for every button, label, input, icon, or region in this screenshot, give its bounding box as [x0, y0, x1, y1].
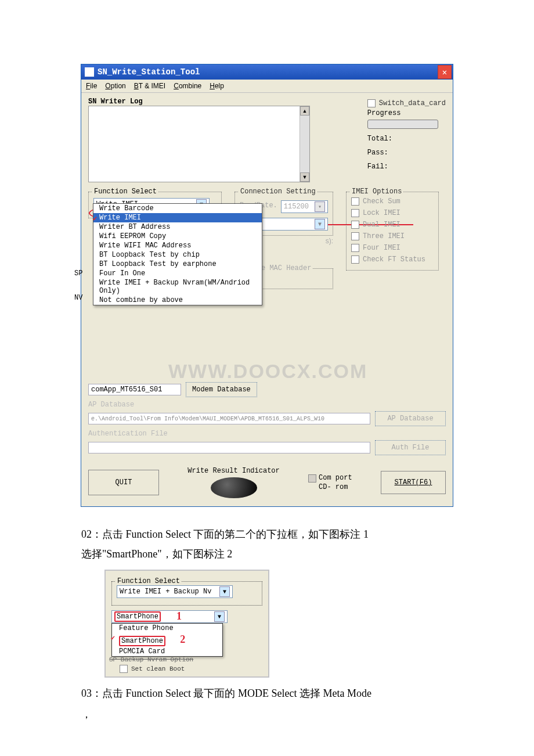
status-indicator-icon [211, 477, 257, 498]
chevron-down-icon[interactable]: ▼ [315, 219, 325, 229]
check-ft-status-label: Check FT Status [363, 254, 425, 265]
log-textarea[interactable]: ▲ ▼ [88, 106, 310, 182]
three-imei-label: Three IMEI [363, 231, 405, 242]
opt-writer-bt-address[interactable]: Writer BT Address [93, 222, 262, 232]
auth-file-field[interactable] [88, 442, 370, 453]
frag-selected-value: SmartPhone [114, 611, 161, 622]
watermark-text: WWW.DOOCX.COM [168, 360, 367, 383]
menu-bt-imei[interactable]: BT & IMEI [134, 82, 165, 90]
caption-02-line1: 02：点击 Function Select 下面的第二个的下拉框，如下图标注 1 [81, 524, 453, 544]
check-sum-label: Check Sum [363, 196, 400, 207]
chevron-down-icon[interactable]: ▾ [315, 201, 325, 212]
opt-four-in-one[interactable]: Four In One [93, 269, 262, 278]
auth-file-button[interactable]: Auth File [375, 440, 446, 455]
scroll-down-icon[interactable]: ▼ [300, 172, 309, 182]
ap-database-button[interactable]: AP Database [375, 411, 446, 426]
window-title: SN_Write_Station_Tool [98, 67, 200, 77]
caption-02-line2: 选择"SmartPhone"，如下图标注 2 [81, 544, 453, 564]
comport-label-1: Com port [319, 473, 352, 483]
total-label: Total: [367, 135, 446, 143]
caption-03: 03：点击 Function Select 最下面的 MODE Select 选… [81, 683, 453, 703]
lock-imei-checkbox[interactable] [351, 209, 359, 217]
opt-not-combine[interactable]: Not combine by above [93, 296, 262, 305]
frag-legend: Function Select [116, 577, 182, 585]
app-icon [85, 67, 94, 77]
switch-data-card-checkbox[interactable] [367, 99, 376, 107]
baudrate-value: 115200 [284, 203, 309, 211]
set-clean-boot-label: Set clean Boot [131, 663, 185, 675]
dual-imei-checkbox[interactable] [351, 221, 359, 229]
progress-label: Progress [367, 109, 446, 117]
ap-database-legend: AP Database [88, 401, 446, 409]
frag-device-dropdown[interactable]: SmartPhone ▼ [111, 610, 228, 623]
fail-label: Fail: [367, 163, 446, 171]
trailing-comma: ， [81, 708, 92, 720]
function-select-fragment: Function Select Write IMEI + Backup Nv ▼… [104, 570, 269, 678]
modem-database-button[interactable]: Modem Database [186, 382, 257, 397]
scroll-up-icon[interactable]: ▲ [300, 106, 309, 116]
chevron-down-icon[interactable]: ▼ [219, 586, 230, 597]
menu-combine[interactable]: Combine [174, 82, 201, 90]
opt-write-barcode[interactable]: Write Barcode [93, 204, 262, 213]
menu-help[interactable]: Help [210, 82, 224, 90]
chevron-down-icon[interactable]: ▼ [214, 611, 225, 622]
pass-label: Pass: [367, 149, 446, 157]
comport-icon [308, 474, 316, 483]
sp-label: SP [74, 269, 82, 278]
titlebar: SN_Write_Station_Tool ✕ [81, 64, 453, 80]
modem-field[interactable]: comApp_MT6516_S01 [88, 384, 181, 395]
opt-smartphone[interactable]: ✔ SmartPhone 2 [112, 633, 222, 647]
lock-imei-label: Lock IMEI [363, 207, 400, 219]
switch-data-card-label: Switch_data_card [379, 98, 446, 109]
baudrate-dropdown[interactable]: 115200 ▾ [281, 200, 328, 213]
menubar: File Option BT & IMEI Combine Help [81, 80, 453, 93]
four-imei-label: Four IMEI [363, 242, 400, 254]
check-ft-status-checkbox[interactable] [351, 255, 359, 264]
connection-setting-legend: Connection Setting [239, 188, 317, 196]
frag-sp-line: SP Backup Nvram Option [109, 656, 248, 663]
dual-imei-label: Dual IMEI [363, 219, 400, 231]
three-imei-checkbox[interactable] [351, 232, 359, 240]
frag-top-dropdown[interactable]: Write IMEI + Backup Nv ▼ [117, 585, 233, 598]
auth-file-label: Authentication File [88, 430, 446, 438]
check-icon: ✔ [93, 214, 97, 223]
opt-feature-phone[interactable]: Feature Phone [112, 624, 222, 633]
annotation-number-1: 1 [176, 610, 182, 622]
opt-bt-loop-earphone[interactable]: BT Loopback Test by earphone [93, 260, 262, 269]
menu-option[interactable]: Option [105, 82, 125, 90]
opt-pcmcia-card[interactable]: PCMCIA Card [112, 647, 222, 656]
set-clean-boot-checkbox[interactable] [120, 665, 128, 673]
ap-path-field[interactable]: e.\Android_Tool\From Info\Modem\MAUI_MOD… [88, 413, 370, 424]
opt-write-imei[interactable]: ✔ Write IMEI [93, 213, 262, 222]
log-label: SN Writer Log [88, 98, 360, 106]
frag-top-value: Write IMEI + Backup Nv [120, 588, 211, 596]
nv-label: NV [74, 294, 82, 302]
scrollbar[interactable]: ▲ ▼ [300, 106, 309, 182]
frag-device-list[interactable]: Feature Phone ✔ SmartPhone 2 PCMCIA Card [111, 623, 223, 657]
close-icon[interactable]: ✕ [438, 65, 452, 79]
annotation-number-2: 2 [180, 633, 185, 645]
quit-button[interactable]: QUIT [88, 470, 159, 495]
check-icon: ✔ [111, 633, 115, 642]
opt-write-imei-backup[interactable]: Write IMEI + Backup Nvram(WM/Andriod Onl… [93, 278, 262, 296]
sn-writer-window: SN_Write_Station_Tool ✕ File Option BT &… [81, 64, 453, 507]
progress-bar [367, 120, 438, 129]
stats-panel: Switch_data_card Progress Total: Pass: F… [367, 98, 446, 182]
comport-box: Com port CD- rom [308, 473, 352, 492]
imei-options-legend: IMEI Options [350, 188, 403, 196]
check-sum-checkbox[interactable] [351, 197, 359, 206]
function-select-legend: Function Select [92, 188, 158, 196]
start-button[interactable]: START(F6) [381, 471, 446, 494]
four-imei-checkbox[interactable] [351, 244, 359, 252]
opt-write-wifi-mac[interactable]: Write WIFI MAC Address [93, 241, 262, 250]
opt-bt-loop-chip[interactable]: BT Loopback Test by chip [93, 250, 262, 260]
menu-file[interactable]: File [86, 82, 97, 90]
comport-label-2: CD- rom [319, 483, 352, 492]
function-select-list[interactable]: Write Barcode ✔ Write IMEI Writer BT Add… [93, 203, 262, 305]
opt-wifi-eeprom-copy[interactable]: Wifi EEPROM Copy [93, 232, 262, 241]
write-result-label: Write Result Indicator [187, 467, 279, 475]
